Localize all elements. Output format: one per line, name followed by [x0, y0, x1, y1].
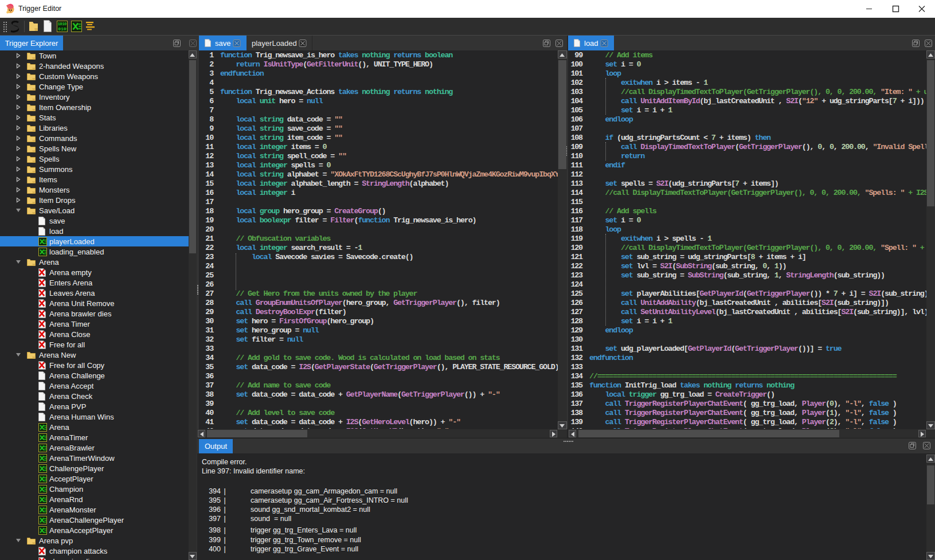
svg-text:0101: 0101: [58, 26, 68, 32]
svg-text:1010: 1010: [57, 22, 66, 26]
